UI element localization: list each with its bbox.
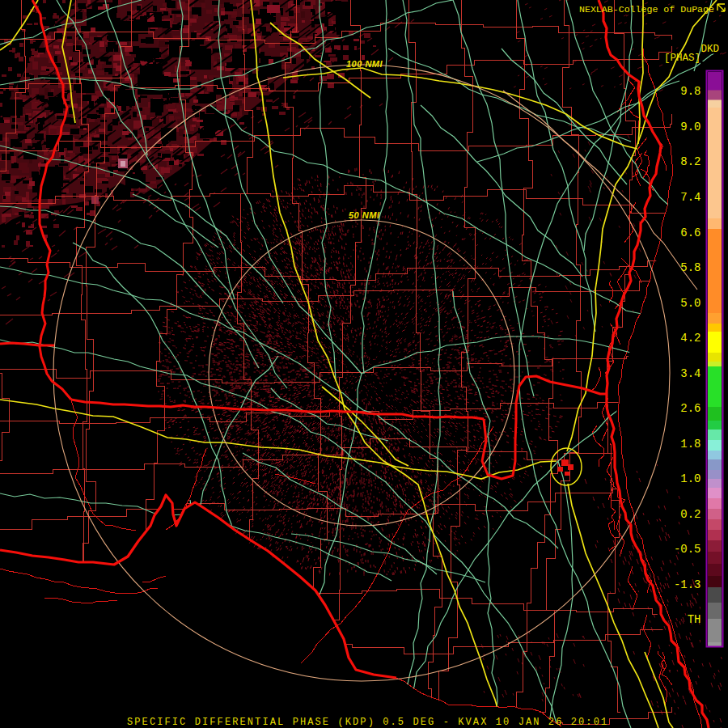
svg-text:1.0: 1.0 — [680, 472, 700, 485]
svg-text:5.0: 5.0 — [680, 297, 700, 310]
svg-text:6.6: 6.6 — [680, 226, 700, 239]
svg-text:SPECIFIC DIFFERENTIAL PHASE (K: SPECIFIC DIFFERENTIAL PHASE (KDP) 0.5 DE… — [127, 717, 608, 728]
svg-text:2.6: 2.6 — [680, 402, 700, 415]
svg-text:NEXLAB-College of DuPage: NEXLAB-College of DuPage — [579, 4, 714, 15]
svg-text:9.0: 9.0 — [680, 121, 700, 133]
svg-text:DKD: DKD — [700, 44, 719, 55]
svg-text:-1.3: -1.3 — [674, 578, 701, 591]
svg-text:3.4: 3.4 — [680, 367, 700, 380]
svg-text:50 NMI: 50 NMI — [349, 210, 380, 220]
svg-text:-0.5: -0.5 — [674, 543, 701, 556]
svg-text:1.8: 1.8 — [680, 438, 700, 451]
svg-text:TH: TH — [688, 613, 701, 626]
svg-text:[PHAS]: [PHAS] — [664, 53, 700, 64]
svg-text:4.2: 4.2 — [680, 332, 700, 345]
svg-text:5.8: 5.8 — [680, 261, 700, 274]
svg-text:0.2: 0.2 — [680, 508, 700, 521]
svg-text:7.4: 7.4 — [680, 191, 700, 204]
svg-text:9.8: 9.8 — [680, 85, 700, 98]
svg-text:100 NMI: 100 NMI — [346, 59, 383, 69]
svg-text:8.2: 8.2 — [680, 155, 700, 168]
